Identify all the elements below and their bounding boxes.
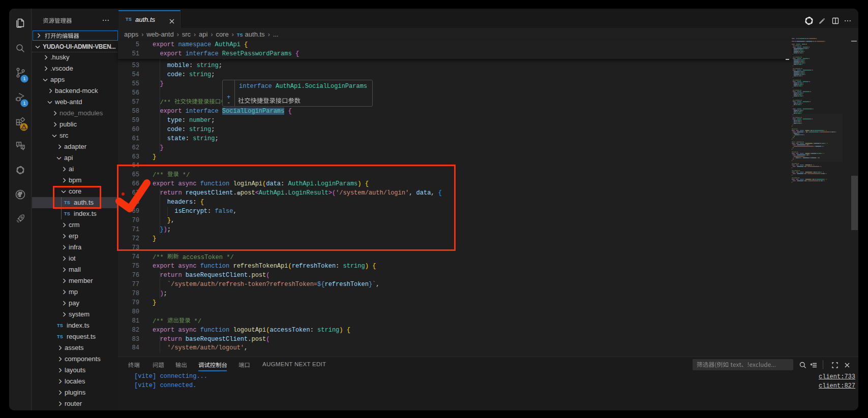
svg-text:1: 1 [23,101,25,106]
svg-text:A: A [18,142,20,146]
svg-text:1: 1 [23,76,25,81]
